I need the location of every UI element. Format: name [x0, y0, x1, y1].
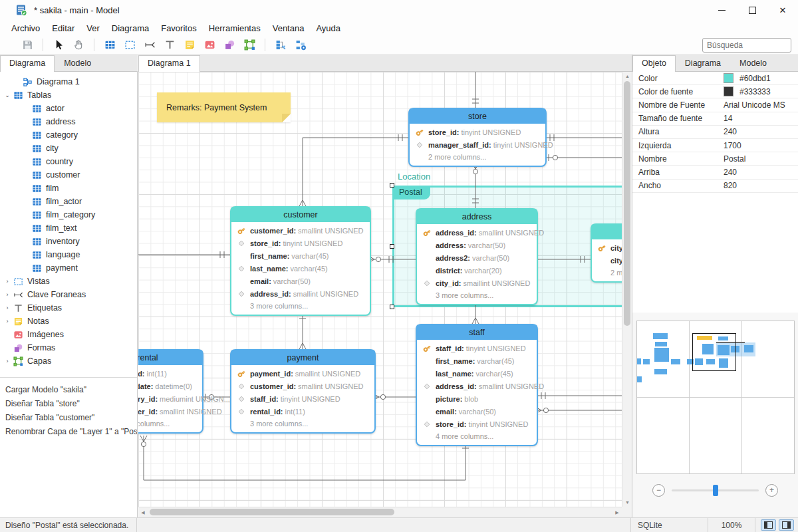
- sidebar-item-country[interactable]: country: [0, 155, 137, 168]
- table-field[interactable]: first_name:varchar(45): [417, 354, 537, 367]
- history-entry[interactable]: Cargar Modelo "sakila": [5, 383, 137, 397]
- table-field[interactable]: email:varchar(50): [417, 405, 537, 418]
- table-field[interactable]: last_name:varchar(45): [231, 262, 370, 275]
- table-field[interactable]: city_id:smaillint UNSIGNED: [417, 277, 537, 289]
- sidebar-tab-modelo[interactable]: Modelo: [55, 55, 100, 71]
- sidebar-item-film[interactable]: film: [0, 182, 137, 195]
- property-row-color-de-fuente[interactable]: Color de fuente#333333: [632, 85, 798, 98]
- table-title[interactable]: rental: [138, 350, 203, 365]
- scroll-left-arrow[interactable]: ◀: [138, 510, 148, 515]
- history-entry[interactable]: Renombrar Capa de "Layer 1" a "Postal: [5, 425, 137, 439]
- sidebar-item-film_text[interactable]: film_text: [0, 221, 137, 235]
- more-columns-label[interactable]: 3 more columns...: [231, 418, 374, 430]
- table-field[interactable]: staff_id:tinyint UNSIGNED: [417, 342, 537, 354]
- table-title[interactable]: payment: [231, 350, 375, 365]
- property-row-altura[interactable]: Altura240: [632, 126, 798, 139]
- scroll-up-arrow[interactable]: ▲: [622, 74, 632, 78]
- search-box[interactable]: [702, 38, 791, 53]
- properties-tab-diagrama[interactable]: Diagrama: [676, 55, 730, 71]
- sidebar-item-tablas[interactable]: ⌄Tablas: [0, 88, 137, 102]
- layer-tool-button[interactable]: [239, 37, 259, 53]
- relationship-line[interactable]: [303, 138, 408, 206]
- sidebar-item-notas[interactable]: ›Notas: [0, 315, 137, 328]
- property-value[interactable]: #60dbd1: [724, 73, 771, 83]
- property-row-arriba[interactable]: Arriba240: [632, 166, 798, 179]
- menu-ayuda[interactable]: Ayuda: [310, 21, 346, 35]
- sidebar-tab-diagrama[interactable]: Diagrama: [0, 55, 55, 72]
- sidebar-item-category[interactable]: category: [0, 128, 137, 142]
- horizontal-scrollbar[interactable]: ◀ ▶: [138, 507, 622, 517]
- note-remarks[interactable]: Remarks: Payment System: [157, 92, 291, 122]
- property-value[interactable]: #333333: [724, 86, 771, 96]
- cursor-tool-button[interactable]: [49, 37, 68, 53]
- table-field[interactable]: address_id:smallint UNSIGNED: [417, 226, 537, 239]
- save-tool-button[interactable]: [17, 37, 37, 53]
- table-title[interactable]: address: [416, 209, 537, 224]
- table-rental[interactable]: rentalrental_id:int(11)rental_date:datet…: [138, 349, 203, 434]
- table-field[interactable]: rental_date:datetime(0): [138, 380, 202, 392]
- view-tool-button[interactable]: [120, 37, 140, 53]
- table-field[interactable]: picture:blob: [417, 392, 537, 405]
- sidebar-item-film_actor[interactable]: film_actor: [0, 195, 137, 208]
- close-button[interactable]: ✕: [767, 0, 798, 20]
- table-field[interactable]: customer_id:smallint UNSIGNED: [231, 380, 374, 392]
- property-row-color[interactable]: Color#60dbd1: [632, 72, 798, 85]
- table-field[interactable]: store_id:tinyint UNSIGNED: [231, 237, 370, 249]
- table-title[interactable]: customer: [231, 207, 370, 222]
- history-entry[interactable]: Diseñar Tabla "customer": [5, 411, 137, 425]
- chevron-closed-icon[interactable]: ›: [4, 358, 11, 364]
- more-columns-label[interactable]: 2 more columns...: [592, 267, 622, 279]
- sidebar-item-language[interactable]: language: [0, 248, 137, 261]
- property-value[interactable]: 14: [724, 114, 732, 123]
- table-city[interactable]: citycity_id:smallint UNSIGNEDcity:varcha…: [591, 223, 622, 283]
- property-value[interactable]: Postal: [724, 154, 745, 164]
- table-field[interactable]: inventory_id:mediumint UNSIGN...: [138, 392, 202, 405]
- menu-ventana[interactable]: Ventana: [267, 21, 311, 35]
- shape-tool-button[interactable]: [219, 37, 239, 53]
- vertical-scroll-thumb[interactable]: [624, 81, 630, 326]
- selection-handle[interactable]: [390, 244, 394, 249]
- horizontal-scroll-thumb[interactable]: [150, 509, 394, 515]
- zoom-slider-thumb[interactable]: [713, 485, 718, 496]
- sidebar-item-vistas[interactable]: ›Vistas: [0, 275, 137, 288]
- menu-diagrama[interactable]: Diagrama: [106, 21, 155, 35]
- table-field[interactable]: address2:varchar(50): [417, 251, 537, 264]
- zoom-out-button[interactable]: −: [652, 484, 665, 497]
- note-tool-button[interactable]: [180, 37, 200, 53]
- scroll-right-arrow[interactable]: ▶: [612, 510, 622, 515]
- history-entry[interactable]: Diseñar Tabla "store": [5, 397, 137, 411]
- table-field[interactable]: store_id:tinyint UNSIGNED: [417, 418, 537, 430]
- table-field[interactable]: customer_id:smallint INSIGNED: [138, 405, 202, 418]
- table-title[interactable]: store: [409, 108, 546, 124]
- table-field[interactable]: address_id:smallint UNSIGNED: [231, 287, 370, 300]
- table-field[interactable]: address_id:smallint UNSIGNED: [417, 380, 537, 392]
- menu-ver[interactable]: Ver: [80, 21, 106, 35]
- table-field[interactable]: district:varchar(20): [417, 264, 537, 277]
- zoom-slider-track[interactable]: [672, 489, 759, 491]
- color-swatch[interactable]: [724, 86, 733, 96]
- toggle-right-panel-button[interactable]: [779, 519, 794, 531]
- property-row-nombre-de-fuente[interactable]: Nombre de FuenteArial Unicode MS: [632, 98, 798, 112]
- table-title[interactable]: staff: [416, 325, 537, 340]
- table-field[interactable]: payment_id:smallint UNSIGNED: [231, 367, 374, 380]
- sidebar-item-customer[interactable]: customer: [0, 168, 137, 182]
- more-columns-label[interactable]: 3 more columns...: [138, 418, 202, 430]
- table-address[interactable]: addressaddress_id:smallint UNSIGNEDaddre…: [416, 208, 538, 305]
- chevron-open-icon[interactable]: ⌄: [4, 92, 11, 98]
- table-field[interactable]: first_name:varchar(45): [231, 249, 370, 262]
- sidebar-item-city[interactable]: city: [0, 142, 137, 155]
- sidebar-item-diagrama-1[interactable]: Diagrama 1: [0, 75, 137, 88]
- more-columns-label[interactable]: 2 more columns...: [410, 151, 545, 164]
- table-field[interactable]: last_name:varchar(45): [417, 367, 537, 380]
- property-row-nombre[interactable]: NombrePostal: [632, 152, 798, 166]
- more-columns-label[interactable]: 3 more columns...: [231, 300, 370, 313]
- diagram-canvas[interactable]: Postal Location Remarks: Payment System …: [138, 72, 622, 507]
- fk-tool-button[interactable]: [140, 37, 160, 53]
- table-field[interactable]: address:varchar(50): [417, 239, 537, 251]
- sidebar-item-etiquetas[interactable]: ›Etiquetas: [0, 301, 137, 315]
- image-tool-button[interactable]: [200, 37, 219, 53]
- property-value[interactable]: 1700: [724, 141, 741, 150]
- minimize-button[interactable]: [706, 0, 737, 20]
- properties-tab-objeto[interactable]: Objeto: [632, 55, 676, 72]
- property-value[interactable]: 240: [724, 168, 737, 177]
